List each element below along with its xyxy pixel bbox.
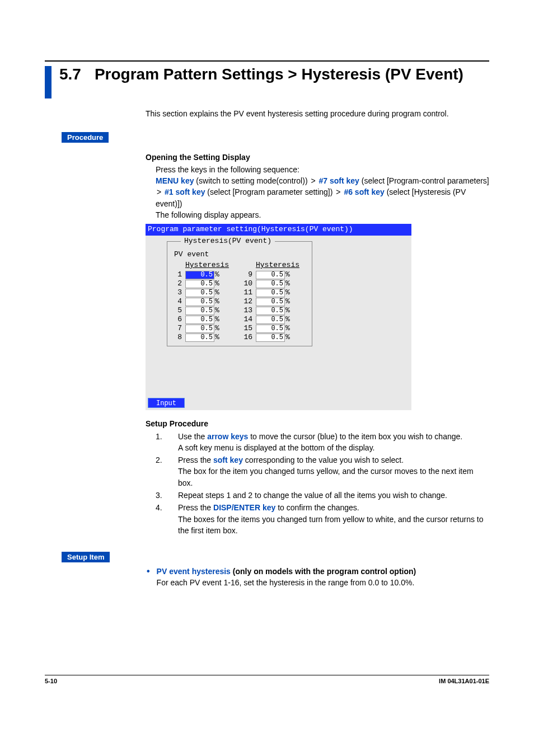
hysteresis-value-box[interactable]: 0.5 (185, 271, 214, 279)
col-header-left: Hysteresis (185, 260, 229, 271)
menu-key: MENU key (156, 176, 194, 185)
hysteresis-value-box[interactable]: 0.5 (256, 298, 285, 306)
hysteresis-value-box[interactable]: 0.5 (256, 334, 285, 342)
device-titlebar: Program parameter setting(Hysteresis(PV … (146, 224, 411, 236)
intro-text: This section explains the PV event hyste… (146, 109, 489, 120)
pv-event-row: 160.5% (243, 333, 299, 342)
pv-event-number: 8 (173, 332, 182, 343)
section-title: Program Pattern Settings > Hysteresis (P… (95, 66, 463, 82)
device-screenshot: Program parameter setting(Hysteresis(PV … (146, 224, 411, 410)
percent-label: % (215, 332, 219, 343)
hysteresis-value-box[interactable]: 0.5 (256, 271, 285, 279)
setup-item-rest: (only on models with the program control… (231, 567, 416, 576)
hysteresis-value-box[interactable]: 0.5 (185, 298, 214, 306)
fieldset-legend: Hysteresis(PV event) (181, 236, 275, 247)
col-header-right: Hysteresis (256, 260, 299, 271)
hysteresis-value-box[interactable]: 0.5 (185, 280, 214, 288)
step-extra: A soft key menu is displayed at the bott… (178, 442, 489, 453)
procedure-tag: Procedure (62, 132, 109, 143)
hysteresis-value-box[interactable]: 0.5 (185, 307, 214, 315)
step-number: 3. (156, 490, 178, 501)
hysteresis-value-box[interactable]: 0.5 (256, 316, 285, 324)
percent-label: % (285, 332, 290, 343)
step-number: 2. (156, 454, 178, 489)
footer-page: 5-10 (45, 678, 57, 684)
step-number: 4. (156, 502, 178, 536)
step-text: Press the soft key corresponding to the … (178, 454, 489, 489)
step-key: DISP/ENTER key (213, 503, 275, 512)
hysteresis-value-box[interactable]: 0.5 (256, 307, 285, 315)
hysteresis-value-box[interactable]: 0.5 (256, 280, 285, 288)
opening-heading: Opening the Setting Display (146, 152, 489, 163)
step-item: 1.Use the arrow keys to move the cursor … (146, 431, 489, 454)
step-number: 1. (156, 431, 178, 454)
step-item: 2.Press the soft key corresponding to th… (146, 454, 489, 489)
hysteresis-fieldset: Hysteresis(PV event) PV event Hysteresis… (167, 241, 312, 346)
step-extra: The boxes for the items you changed turn… (178, 514, 489, 537)
hysteresis-value-box[interactable]: 0.5 (256, 289, 285, 297)
softkey-6: #6 soft key (344, 187, 384, 196)
hysteresis-value-box[interactable]: 0.5 (185, 325, 214, 333)
hysteresis-value-box[interactable]: 0.5 (185, 316, 214, 324)
step-item: 4.Press the DISP/ENTER key to confirm th… (146, 502, 489, 536)
pv-event-label: PV event (174, 250, 306, 260)
top-rule (45, 60, 489, 62)
softkey-1: #1 soft key (165, 187, 205, 196)
setup-item-tag: Setup Item (62, 552, 110, 562)
step-key: soft key (213, 456, 243, 464)
setup-procedure-heading: Setup Procedure (146, 418, 489, 429)
step-text: Repeat steps 1 and 2 to change the value… (178, 490, 489, 501)
section-title-row: 5.7 Program Pattern Settings > Hysteresi… (45, 66, 489, 98)
footer-docid: IM 04L31A01-01E (439, 678, 489, 684)
setup-item-bullet: • PV event hysteresis (only on models wi… (147, 566, 489, 589)
hysteresis-value-box[interactable]: 0.5 (256, 325, 285, 333)
hysteresis-value-box[interactable]: 0.5 (185, 334, 214, 342)
title-accent-bar (45, 66, 51, 98)
hysteresis-value-box[interactable]: 0.5 (185, 289, 214, 297)
setup-item-key: PV event hysteresis (157, 567, 231, 576)
bullet-icon: • (147, 566, 150, 589)
opening-press: Press the keys in the following sequence… (156, 164, 489, 175)
softkey-7: #7 soft key (319, 176, 359, 185)
step-extra: The box for the item you changed turns y… (178, 466, 489, 489)
pv-event-number: 16 (243, 332, 252, 343)
step-text: Use the arrow keys to move the cursor (b… (178, 431, 489, 454)
setup-item-desc: For each PV event 1-16, set the hysteres… (157, 577, 489, 588)
soft-input-tab[interactable]: Input (148, 398, 185, 408)
opening-sequence: MENU key (switch to setting mode(control… (156, 175, 489, 209)
page-footer: 5-10 IM 04L31A01-01E (45, 675, 489, 684)
section-number: 5.7 (59, 66, 81, 83)
step-key: arrow keys (207, 432, 248, 441)
step-text: Press the DISP/ENTER key to confirm the … (178, 502, 489, 536)
pv-event-row: 80.5% (173, 333, 229, 342)
step-item: 3.Repeat steps 1 and 2 to change the val… (146, 490, 489, 501)
setup-steps: 1.Use the arrow keys to move the cursor … (146, 431, 489, 537)
opening-appears: The following display appears. (156, 209, 489, 220)
